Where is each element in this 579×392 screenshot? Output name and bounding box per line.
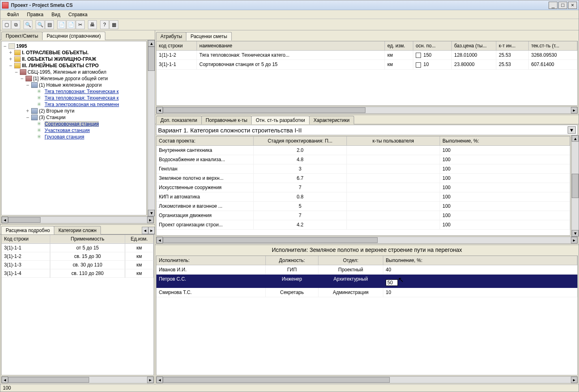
performers-grid: Исполнитель: Должность: Отдел: Выполнени… <box>156 256 578 375</box>
tab-otn[interactable]: Отн. ст-ть разработки <box>251 116 310 124</box>
tree-sec-1[interactable]: I. ОТРАСЛЕВЫЕ ОБЪЕКТЫ. <box>22 50 89 55</box>
gh-code[interactable]: код строки <box>156 41 197 51</box>
ph-1[interactable]: Исполнитель: <box>156 256 266 265</box>
tree-sec-2[interactable]: II. ОБЪЕКТЫ ЖИЛИЩНО-ГРАЖ <box>22 56 96 62</box>
tree-item-3[interactable]: Тяга электровозная на переменн <box>45 102 119 107</box>
tree-hscroll[interactable]: ◂▸ <box>1 216 154 224</box>
maximize-button[interactable]: □ <box>558 2 567 9</box>
tools-icon[interactable]: ✂ <box>76 20 85 29</box>
tab-categories[interactable]: Категории сложн <box>54 226 101 234</box>
menu-view[interactable]: Вид <box>47 11 64 18</box>
calc-icon[interactable]: ▦ <box>109 20 118 29</box>
search2-icon[interactable]: 🔍 <box>36 20 45 29</box>
tree-view[interactable]: −1995 +I. ОТРАСЛЕВЫЕ ОБЪЕКТЫ. +II. ОБЪЕК… <box>1 41 147 215</box>
dropdown-arrow-icon[interactable]: ▾ <box>568 126 576 134</box>
edit-input[interactable]: 50 <box>386 279 398 286</box>
tree-sbc[interactable]: СБЦ-1995, Железные и автомобил <box>28 69 107 75</box>
tree-g1[interactable]: (1) Новые железные дороги <box>39 82 102 88</box>
help-icon[interactable]: ? <box>100 20 109 29</box>
tab-pop[interactable]: Поправочные к-ты <box>201 116 252 124</box>
gh-name[interactable]: наименование <box>197 41 385 51</box>
tree-g3[interactable]: (3) Станции <box>39 115 66 120</box>
tree-vscroll[interactable]: ▴▾ <box>147 40 155 216</box>
tab-rate-detail[interactable]: Расценка подробно <box>1 226 54 234</box>
table-row[interactable]: Внутренняя сантехника2.0100 <box>156 146 570 155</box>
list-icon[interactable]: ▤ <box>45 20 54 29</box>
minimize-button[interactable]: _ <box>549 2 558 9</box>
mt-hscroll[interactable]: ◂▸ <box>1 376 154 383</box>
tree-root[interactable]: 1995 <box>16 43 27 49</box>
print-icon[interactable]: 🖶 <box>88 20 97 29</box>
table-row[interactable]: 3(1)-1-3св. 30 до 110км <box>2 261 154 269</box>
table-row[interactable]: Искусственные сооружения7100 <box>156 183 570 192</box>
dh-4[interactable]: Выполнение, %: <box>440 136 570 146</box>
tab-har[interactable]: Характеристики <box>309 116 354 124</box>
gh-cur[interactable]: тек.ст-ть (т... <box>529 41 577 51</box>
mt-h1[interactable]: Код строки <box>2 235 50 243</box>
doc2-icon[interactable]: 📄 <box>66 20 75 29</box>
variant-selector[interactable]: Вариант 1. Категория сложности строитель… <box>156 125 578 135</box>
new-icon[interactable]: ▢ <box>2 20 11 29</box>
tree-ch1[interactable]: [1] Железные дороги общей сети <box>33 76 108 81</box>
table-row[interactable]: 1(1)-1-2Тяга тепловозная: Техническая ка… <box>156 51 577 60</box>
table-row[interactable]: Организация движения7100 <box>156 211 570 220</box>
tree-station-2[interactable]: Участковая станция <box>45 128 90 133</box>
rates-grid: код строки наименование ед. изм. осн. по… <box>156 41 578 106</box>
table-row[interactable]: КИП и автоматика0.8100 <box>156 192 570 202</box>
tree-sec-3[interactable]: III. ЛИНЕЙНЫЕ ОБЪЕКТЫ СТРО <box>22 63 99 68</box>
tab-dop[interactable]: Доп. показатели <box>156 116 202 124</box>
detail-vscroll[interactable]: ▴▾ <box>571 135 579 236</box>
tab-scroll-right[interactable]: ▸ <box>148 227 155 234</box>
tree-station-1[interactable]: Сортировочная станция <box>45 121 99 127</box>
detail-hscroll[interactable]: ◂▸ <box>156 236 578 244</box>
tree-item-2[interactable]: Тяга тепловозная: Техническая к <box>45 95 119 101</box>
app-icon <box>2 2 9 9</box>
copy-icon[interactable]: ⧉ <box>11 20 20 29</box>
perf-hscroll[interactable]: ◂▸ <box>156 376 578 383</box>
dh-3[interactable]: к-ты пользователя <box>347 136 440 146</box>
gh-k[interactable]: к-т ин... <box>496 41 529 51</box>
table-row[interactable]: Водоснабжение и канализа...4.8100 <box>156 155 570 164</box>
ph-3[interactable]: Отдел: <box>318 256 383 265</box>
mt-h3[interactable]: Ед.изм. <box>125 235 154 243</box>
table-row[interactable]: Проект организации строи...4.2100 <box>156 220 570 230</box>
gh-base[interactable]: баз.цена (ты... <box>452 41 496 51</box>
doc1-icon[interactable]: 📄 <box>57 20 66 29</box>
table-row[interactable]: Смирнова Т.С.СекретарьАдминистрация10 <box>156 288 577 297</box>
table-row[interactable]: Иванов И.И.ГИППроектный40 <box>156 265 577 275</box>
tree-station-3[interactable]: Грузовая станция <box>45 134 84 140</box>
menu-edit[interactable]: Правка <box>23 11 48 18</box>
ph-2[interactable]: Должность: <box>266 256 318 265</box>
tab-smeta-rates[interactable]: Расценки сметы <box>186 32 231 40</box>
checkbox[interactable] <box>416 62 421 68</box>
tab-scroll-left[interactable]: ◂ <box>142 227 148 234</box>
table-row[interactable]: Локомотивное и вагонное ...5100 <box>156 202 570 211</box>
tab-project[interactable]: Проект/Сметы <box>1 32 43 40</box>
dh-2[interactable]: Стадия проектирования: П... <box>254 136 347 146</box>
table-row[interactable]: 3(1)-1-1Сортировочная станция от 5 до 15… <box>156 60 577 69</box>
menu-file[interactable]: Файл <box>3 11 23 18</box>
tab-rates[interactable]: Расценки (справочники) <box>42 32 105 40</box>
table-row[interactable]: 3(1)-1-1от 5 до 15км <box>2 244 154 252</box>
cursor-icon <box>398 276 404 284</box>
table-row[interactable]: Генплан3100 <box>156 164 570 174</box>
menu-help[interactable]: Справка <box>64 11 92 18</box>
title-bar: Проект - Project Smeta CS _ □ × <box>0 0 579 10</box>
checkbox[interactable] <box>416 53 421 58</box>
gh-unit[interactable]: ед. изм. <box>385 41 413 51</box>
close-button[interactable]: × <box>568 2 577 9</box>
tree-g2[interactable]: (2) Вторые пути <box>39 108 75 114</box>
search-icon[interactable]: 🔍 <box>24 20 32 29</box>
app-window: Проект - Project Smeta CS _ □ × Файл Пра… <box>0 0 579 392</box>
table-row[interactable]: 3(1)-1-4св. 110 до 280км <box>2 269 154 278</box>
gh-osn[interactable]: осн. по... <box>413 41 452 51</box>
tree-item-1[interactable]: Тяга тепловозная: Техническая к <box>45 89 119 94</box>
tab-attributes[interactable]: Атрибуты <box>156 32 186 40</box>
table-row-selected[interactable]: Петров С.С.ИнженерАрхитектурный50 <box>156 275 577 288</box>
ph-4[interactable]: Выполнение, %: <box>383 256 577 265</box>
table-row[interactable]: Земляное полотно и верхн...6.7100 <box>156 174 570 183</box>
dh-1[interactable]: Состав проекта: <box>156 136 254 146</box>
rates-hscroll[interactable]: ◂▸ <box>156 107 578 114</box>
table-row[interactable]: 3(1)-1-2св. 15 до 30км <box>2 252 154 261</box>
mt-h2[interactable]: Применимость <box>50 235 125 243</box>
